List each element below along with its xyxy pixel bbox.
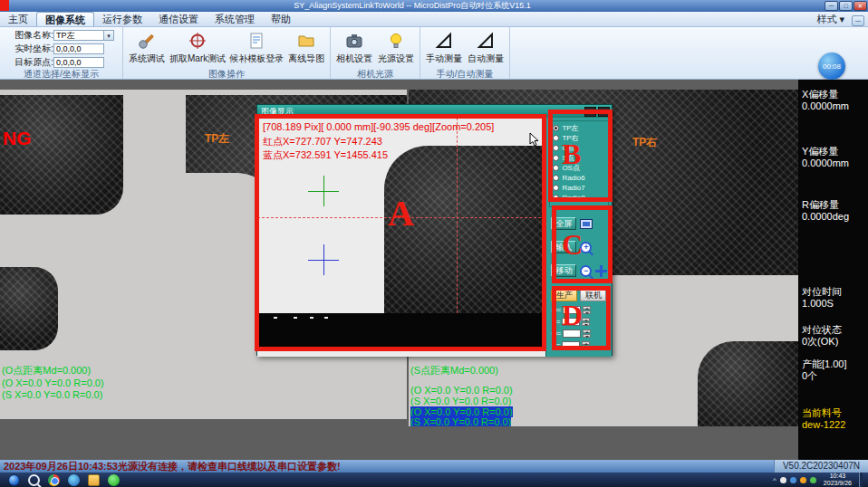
menu-bar: 主页 图像系统 运行参数 通信设置 系统管理 帮助 样式 ▾ ─ [0, 12, 868, 27]
fullscreen-button[interactable]: 全屏 [551, 217, 576, 230]
stepper-value[interactable] [563, 306, 581, 314]
stepper-value[interactable] [562, 341, 580, 349]
tab-run-params[interactable]: 运行参数 [94, 12, 150, 26]
tray-icon[interactable] [780, 477, 786, 483]
system-debug-button[interactable]: 系统调试 [126, 29, 168, 66]
radio-option[interactable]: S点 [553, 153, 605, 163]
stepper-value[interactable] [562, 318, 580, 326]
camera-icon [344, 31, 364, 51]
tab-image-system[interactable]: 图像系统 [36, 12, 94, 26]
file-explorer-icon[interactable] [88, 474, 100, 486]
stepper-value[interactable] [563, 329, 581, 338]
app-icon[interactable] [108, 474, 120, 486]
overlay-coords-s-selected: (S X=0.0 Y=0.0 R=0.0) [410, 416, 511, 426]
radio-icon [553, 155, 559, 161]
stepper-arrows[interactable] [582, 341, 590, 349]
stepper-arrows[interactable] [583, 329, 591, 338]
browser-icon[interactable] [68, 474, 80, 486]
radio-icon [553, 175, 559, 181]
auto-measure-button[interactable]: 自动测量 [465, 29, 506, 66]
tray-icon[interactable] [800, 477, 806, 483]
dialog-minimize-button[interactable]: ─ [584, 107, 596, 117]
dialog-title-bar[interactable]: 图像显示 ─ ✕ [257, 105, 612, 118]
system-tray: ^ 10:43 2023/9/26 [773, 473, 868, 487]
production-button[interactable]: 生产 [551, 290, 577, 301]
radio-option[interactable]: Radio6 [553, 173, 605, 183]
stepper-row: S= [551, 316, 607, 328]
minimize-button[interactable]: ─ [825, 1, 838, 11]
taskbar: ^ 10:43 2023/9/26 [0, 473, 868, 487]
light-settings-button[interactable]: 光源设置 [375, 29, 417, 66]
grab-mark-test-button[interactable]: 抓取Mark测试 [168, 29, 227, 66]
window-title: SY_AliagnSystemLinkToWorld -- MicroDistP… [0, 0, 825, 12]
tab-comm-settings[interactable]: 通信设置 [150, 12, 207, 26]
zoom-out-icon[interactable]: − [580, 265, 592, 277]
radio-option[interactable]: TP左 [553, 123, 605, 133]
chrome-icon[interactable] [48, 474, 60, 486]
application-window: SY_AliagnSystemLinkToWorld -- MicroDistP… [0, 0, 868, 487]
close-button[interactable]: ✕ [854, 1, 867, 11]
radio-option[interactable]: Radio8 [553, 193, 605, 203]
radio-option[interactable]: Radio7 [553, 183, 605, 193]
overlay-distance: (O点距离Md=0.000) [2, 364, 91, 377]
align-status: 对位状态0次(OK) [802, 324, 866, 348]
auto-measure-icon [476, 31, 496, 51]
template-page-icon [246, 31, 266, 51]
manual-measure-button[interactable]: 手动测量 [423, 29, 465, 66]
maximize-button[interactable]: □ [839, 1, 853, 11]
taskbar-clock[interactable]: 10:43 2023/9/26 [820, 473, 855, 487]
radio-option[interactable]: OS点 [553, 163, 605, 173]
dialog-image-area[interactable]: [708.189 Pix][ 0.000 mm][-90.395 deg][Zo… [257, 118, 545, 357]
move-button[interactable]: 移动 [551, 264, 576, 277]
folder-icon [296, 31, 316, 51]
radio-option[interactable]: TP右 [553, 133, 605, 143]
monitor-icon[interactable] [580, 219, 593, 229]
tab-help[interactable]: 帮助 [263, 12, 299, 26]
target-origin-field[interactable] [53, 57, 104, 68]
camera-settings-button[interactable]: 相机设置 [333, 29, 375, 66]
search-icon[interactable] [28, 474, 40, 486]
camera-label: TP左 [205, 131, 229, 147]
tray-expand-icon[interactable]: ^ [773, 476, 776, 484]
radio-option[interactable]: O点 [553, 143, 605, 153]
zoom-in-icon[interactable]: + [580, 242, 592, 253]
ribbon-minimize-icon[interactable]: ─ [852, 15, 864, 26]
move-arrows-icon[interactable] [595, 265, 607, 277]
style-dropdown[interactable]: 样式 ▾ [809, 13, 852, 26]
offline-image-button[interactable]: 离线导图 [285, 29, 327, 66]
tab-system-management[interactable]: 系统管理 [207, 12, 263, 26]
current-part-number: 当前料号dew-1222 [802, 407, 866, 431]
annotation-corner-mark [0, 0, 9, 11]
show-desktop-button[interactable] [859, 473, 863, 487]
part-corner-preview [384, 146, 545, 314]
wrench-icon [137, 31, 157, 51]
status-message: 2023年09月26日10:43:53光源没有连接，请检查串口线缆以及串口设置参… [0, 461, 774, 473]
align-time: 对位时间1.000S [802, 286, 866, 310]
overlay-coords-o: (O X=0.0 Y=0.0 R=0.0) [410, 385, 513, 396]
group-label: 图像操作 [123, 68, 330, 79]
start-button[interactable] [8, 474, 20, 486]
stepper-arrows[interactable] [582, 318, 590, 326]
tray-icon[interactable] [790, 477, 796, 483]
chevron-down-icon[interactable]: ▾ [104, 30, 114, 41]
image-name-select[interactable] [53, 30, 104, 41]
stepper-arrows[interactable] [583, 306, 591, 314]
group-label: 通道选择/坐标显示 [0, 68, 122, 79]
mark-target-icon [188, 31, 207, 51]
image-name-label: 图像名称: [3, 29, 53, 42]
group-channel-coords: 图像名称: ▾ 实时坐标: 目标原点: 通道选择/坐标显示 [0, 27, 123, 79]
tray-icon[interactable] [810, 477, 816, 483]
template-register-button[interactable]: 候补模板登录 [227, 29, 285, 66]
radio-icon [553, 145, 559, 151]
realtime-coord-field[interactable] [53, 43, 104, 54]
production-control-group: 生产 联机 O= S= O= S= [549, 288, 609, 355]
online-button[interactable]: 联机 [580, 290, 606, 301]
stepper-row: S= [551, 339, 607, 351]
dialog-close-button[interactable]: ✕ [598, 107, 610, 117]
red-point-readout: 红点X=727.707 Y=747.243 [263, 135, 382, 148]
bulb-icon [386, 31, 406, 51]
ribbon: 图像名称: ▾ 实时坐标: 目标原点: 通道选择/坐标显示 系统调试 [0, 27, 868, 80]
part-shape [698, 341, 798, 426]
tab-home[interactable]: 主页 [0, 12, 36, 26]
input-button[interactable]: 输入 [551, 241, 576, 253]
